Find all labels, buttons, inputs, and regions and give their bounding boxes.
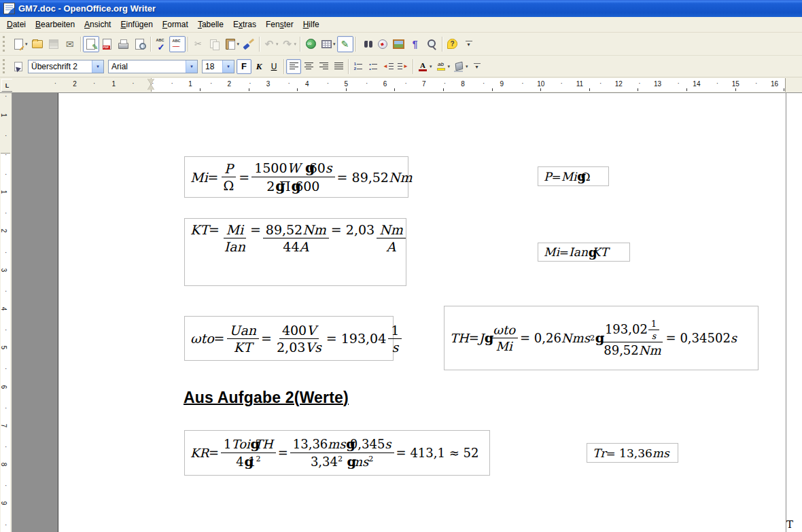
formula-text: s	[385, 437, 391, 451]
justify-button[interactable]	[331, 59, 346, 74]
formula-p[interactable]: P = MigΩ	[538, 166, 609, 186]
align-center-button[interactable]	[301, 59, 316, 74]
menu-einfgen[interactable]: Einfügen	[116, 18, 157, 31]
open-button[interactable]	[29, 36, 46, 52]
find-replace-button[interactable]	[358, 36, 374, 52]
font-color-dropdown-arrow[interactable]: ▾	[430, 64, 432, 69]
formula-mi[interactable]: Mi = PΩ = 1500W g60s2gΠg600 = 89,52Nm	[184, 156, 408, 198]
background-color-button[interactable]: ▾	[451, 59, 470, 74]
font-name-dropdown[interactable]: ▼	[186, 60, 197, 73]
underline-button[interactable]: U	[266, 59, 281, 74]
ruler-tick: ·	[132, 79, 134, 87]
copy-icon	[209, 38, 221, 50]
paragraph-style-value: Überschrift 2	[29, 62, 80, 71]
styles-window-button[interactable]	[11, 59, 26, 74]
menu-datei[interactable]: Datei	[2, 18, 31, 31]
align-right-button[interactable]	[316, 59, 331, 74]
formula-text: 44	[283, 239, 299, 254]
bold-button[interactable]: F	[237, 59, 251, 74]
ruler-number: 12	[615, 80, 623, 88]
insert-table-dropdown-arrow[interactable]: ▾	[333, 41, 336, 47]
page-preview-button[interactable]	[132, 36, 148, 52]
formula-kt[interactable]: KT = MiIan = 89,52Nm44A = 2,03NmA	[184, 218, 406, 286]
help-button[interactable]	[444, 36, 461, 52]
toolbar-options-2-button[interactable]: ▾	[470, 59, 485, 74]
font-color-button[interactable]: A▾	[415, 59, 434, 74]
toolbar-grip[interactable]	[3, 36, 8, 52]
draw-functions-button[interactable]: ✎	[337, 36, 353, 52]
insert-table-button[interactable]: ▾	[319, 36, 337, 52]
menu-hilfe[interactable]: Hilfe	[298, 18, 324, 31]
find-replace-icon	[360, 38, 372, 50]
ruler-number: 6	[0, 385, 7, 389]
horizontal-ruler[interactable]: 2112345678910111213141516···············…	[12, 77, 802, 92]
hyperlink-button[interactable]	[302, 36, 319, 52]
align-left-button[interactable]	[286, 59, 301, 74]
vertical-ruler[interactable]: 112345678910·············	[0, 93, 12, 532]
ruler-number: 2	[0, 229, 7, 233]
fraction: 89,52Nm44A	[263, 222, 329, 254]
menu-tabelle[interactable]: Tabelle	[193, 18, 228, 31]
redo-dropdown-arrow[interactable]: ▾	[294, 41, 297, 47]
formula-text: 3,34	[311, 455, 338, 469]
paragraph-style-dropdown[interactable]: ▼	[92, 60, 103, 73]
zoom-button[interactable]	[423, 36, 440, 52]
increase-indent-button[interactable]	[396, 59, 411, 74]
toolbar-separator	[442, 37, 442, 52]
menu-ansicht[interactable]: Ansicht	[80, 18, 116, 31]
formula-text: Nm	[389, 170, 413, 185]
font-size-combobox[interactable]: 18 ▼	[202, 60, 234, 73]
align-right-icon	[319, 63, 328, 70]
formula-tr[interactable]: Tr = 13,36ms	[587, 443, 678, 463]
menu-extras[interactable]: Extras	[228, 18, 261, 31]
toolbar-options-button[interactable]: ▾	[461, 36, 477, 52]
menu-fenster[interactable]: Fenster	[261, 18, 298, 31]
paste-button[interactable]: ▾	[223, 36, 241, 52]
paragraph-style-combobox[interactable]: Überschrift 2 ▼	[28, 60, 104, 73]
autospellcheck-button[interactable]	[169, 36, 186, 52]
nonprinting-characters-button[interactable]: ¶	[407, 36, 423, 52]
edit-file-button[interactable]	[83, 36, 99, 52]
new-document-dropdown-arrow[interactable]: ▾	[25, 41, 28, 47]
formula-text: =	[214, 331, 225, 346]
spellcheck-button[interactable]	[153, 36, 169, 52]
ruler-tab-stop	[638, 88, 638, 91]
save-button	[46, 36, 62, 52]
fraction: 400V2,03Vs	[274, 323, 324, 355]
indent-marker-top[interactable]	[147, 79, 154, 84]
numbered-list-button[interactable]	[351, 59, 366, 74]
send-email-button[interactable]: ✉	[62, 36, 78, 52]
gallery-button[interactable]	[391, 36, 407, 52]
paste-dropdown-arrow[interactable]: ▾	[237, 41, 240, 47]
export-pdf-button[interactable]	[99, 36, 116, 52]
formula-text: 193,02	[605, 322, 648, 336]
highlighting-dropdown-arrow[interactable]: ▾	[448, 64, 451, 69]
tab-type-selector[interactable]: L	[1, 79, 13, 92]
formula-th[interactable]: TH = JgωtoMi = 0,26Nms2 g193,021s89,52Nm…	[444, 306, 759, 370]
italic-button[interactable]: K	[251, 59, 266, 74]
navigator-button[interactable]	[374, 36, 391, 52]
menu-bearbeiten[interactable]: Bearbeiten	[31, 18, 80, 31]
decrease-indent-button[interactable]	[381, 59, 396, 74]
formula-text: W	[287, 160, 305, 175]
print-button[interactable]	[116, 36, 132, 52]
formula-mi-ian[interactable]: Mi = IangKT	[538, 243, 630, 262]
formula-kr[interactable]: KR = 1ToigTH4g12 = 13,36msg0,345s3,342 g…	[184, 430, 490, 476]
bullet-list-button[interactable]	[366, 59, 381, 74]
cut-button: ✂	[190, 36, 207, 52]
document-page[interactable]: Aus Aufgabe 2(Werte) Mi = PΩ = 1500W g60…	[58, 93, 786, 532]
document-heading[interactable]: Aus Aufgabe 2(Werte)	[184, 389, 349, 407]
formula-text: 2	[266, 179, 275, 194]
indent-marker-bottom[interactable]	[147, 84, 154, 90]
menu-format[interactable]: Format	[158, 18, 193, 31]
highlighting-button[interactable]: ab▾	[434, 59, 452, 74]
font-size-dropdown[interactable]: ▼	[222, 60, 234, 73]
formula-wto[interactable]: ωto = UanKT = 400V2,03Vs = 193,041s	[184, 316, 394, 361]
format-paintbrush-button[interactable]	[241, 36, 257, 52]
background-color-dropdown-arrow[interactable]: ▾	[466, 64, 468, 69]
print-icon	[118, 38, 130, 50]
new-document-button[interactable]: ▾	[11, 36, 29, 52]
toolbar-grip[interactable]	[3, 59, 8, 74]
undo-dropdown-arrow[interactable]: ▾	[276, 41, 279, 47]
font-name-combobox[interactable]: Arial ▼	[108, 60, 198, 73]
